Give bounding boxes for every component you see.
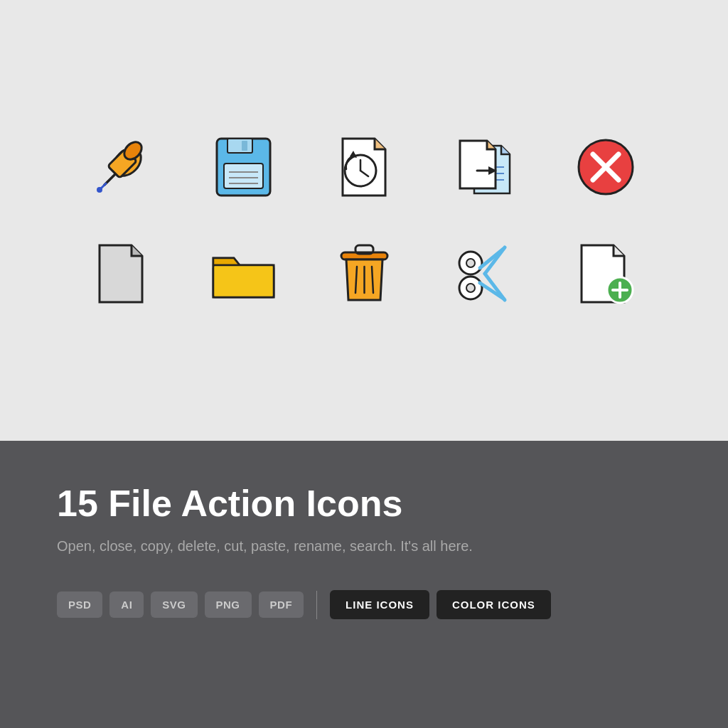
svg-rect-25 bbox=[213, 265, 274, 297]
info-section: 15 File Action Icons Open, close, copy, … bbox=[0, 441, 728, 728]
divider bbox=[316, 591, 317, 619]
trash-icon bbox=[325, 235, 403, 313]
svg-point-5 bbox=[97, 187, 102, 193]
svg-point-34 bbox=[466, 259, 475, 267]
close-oval-icon bbox=[567, 128, 645, 206]
format-badge-row: PSD AI SVG PNG PDF LINE ICONS COLOR ICON… bbox=[57, 590, 671, 619]
page-title: 15 File Action Icons bbox=[57, 483, 671, 524]
svg-rect-7 bbox=[224, 164, 263, 188]
svg-rect-12 bbox=[242, 141, 247, 151]
icon-showcase-area bbox=[0, 0, 728, 441]
line-icons-button[interactable]: LINE ICONS bbox=[330, 590, 429, 619]
svg-point-36 bbox=[466, 284, 475, 292]
floppy-disk-icon bbox=[204, 128, 282, 206]
file-add-icon bbox=[567, 235, 645, 313]
badge-svg: SVG bbox=[151, 592, 197, 618]
page-subtitle: Open, close, copy, delete, cut, paste, r… bbox=[57, 538, 671, 555]
badge-ai: AI bbox=[109, 592, 144, 618]
badge-png: PNG bbox=[205, 592, 252, 618]
svg-line-4 bbox=[101, 183, 106, 188]
color-icons-button[interactable]: COLOR ICONS bbox=[437, 590, 551, 619]
icon-row-2 bbox=[83, 235, 645, 313]
file-export-icon bbox=[446, 128, 524, 206]
badge-pdf: PDF bbox=[259, 592, 304, 618]
open-folder-icon bbox=[204, 235, 282, 313]
pin-icon bbox=[83, 128, 161, 206]
svg-rect-11 bbox=[228, 139, 252, 153]
icon-row-1 bbox=[83, 128, 645, 206]
badge-psd: PSD bbox=[57, 592, 102, 618]
scissors-icon bbox=[446, 235, 524, 313]
file-history-icon bbox=[325, 128, 403, 206]
blank-file-icon bbox=[83, 235, 161, 313]
